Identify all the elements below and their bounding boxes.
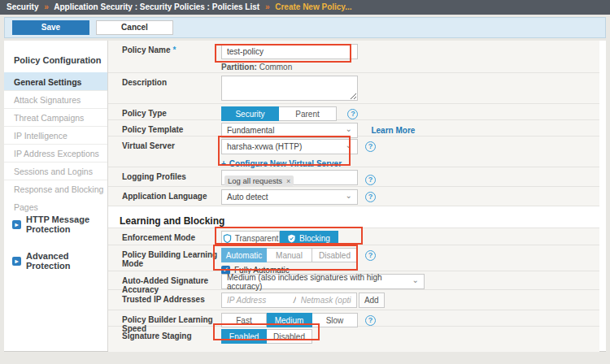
netmask-input[interactable]	[296, 293, 356, 307]
breadcrumb-separator: »	[265, 2, 270, 11]
automatic-button[interactable]: Automatic	[221, 248, 267, 262]
selected-value: Fundamental	[227, 126, 274, 135]
policy-name-label: Policy Name*	[122, 41, 221, 72]
disabled-button[interactable]: Disabled	[312, 248, 358, 262]
sidebar-item-ip-address-exceptions[interactable]: IP Address Exceptions	[4, 144, 107, 162]
breadcrumb-separator: »	[44, 2, 49, 11]
policy-form: Policy Name* Partition: Common Descripti…	[108, 41, 606, 351]
disabled-button[interactable]: Disabled	[267, 329, 312, 344]
policy-type-security-button[interactable]: Security	[221, 106, 279, 121]
signature-accuracy-row: Auto-Added Signature Accuracy Medium (al…	[108, 271, 599, 290]
chevron-down-icon: ⌄	[346, 124, 352, 133]
signature-accuracy-select[interactable]: Medium (also includes signatures with hi…	[221, 274, 425, 289]
help-icon[interactable]: ?	[365, 141, 376, 152]
policy-type-parent-button[interactable]: Parent	[279, 106, 337, 121]
breadcrumb-path[interactable]: Application Security : Security Policies…	[54, 2, 259, 11]
sidebar-item-sessions-and-logins[interactable]: Sessions and Logins	[4, 162, 107, 180]
sidebar-item-ip-intelligence[interactable]: IP Intelligence	[4, 126, 107, 144]
sidebar-title: Policy Configuration	[4, 41, 107, 72]
breadcrumb: Security » Application Security : Securi…	[0, 0, 610, 15]
button-label: Blocking	[299, 234, 330, 243]
application-language-row: Application Language Auto detect ⌄ ?	[108, 187, 599, 206]
learning-speed-toggle: Fast Medium Slow	[221, 313, 358, 327]
virtual-server-row: Virtual Server harsha-xvwa (HTTP) ⌄ ? +C…	[108, 136, 599, 167]
sidebar-item-general-settings[interactable]: General Settings	[4, 72, 107, 90]
trusted-ip-inputs: / Add	[221, 292, 385, 308]
signature-staging-toggle: Enabled Disabled	[221, 329, 312, 344]
tag-label: Log all requests	[228, 176, 282, 185]
logging-profiles-input[interactable]: Log all requests ×	[221, 170, 358, 185]
selected-value: harsha-xvwa (HTTP)	[227, 142, 302, 151]
learning-mode-label: Policy Building Learning Mode	[122, 245, 221, 271]
shield-check-icon	[287, 234, 296, 243]
selected-value: Auto detect	[227, 193, 268, 202]
logging-profiles-row: Logging Profiles Log all requests × ?	[108, 167, 599, 187]
learning-and-blocking-heading: Learning and Blocking	[108, 206, 599, 228]
help-icon[interactable]: ?	[365, 192, 376, 202]
remove-tag-icon[interactable]: ×	[286, 177, 290, 185]
learning-mode-toggle: Automatic Manual Disabled	[221, 248, 358, 262]
blocking-button[interactable]: Blocking	[280, 231, 338, 245]
add-trusted-ip-button[interactable]: Add	[359, 292, 385, 308]
enabled-button[interactable]: Enabled	[221, 329, 267, 344]
breadcrumb-security[interactable]: Security	[7, 2, 38, 11]
trusted-ip-row: Trusted IP Addresses / Add	[108, 290, 599, 310]
description-textarea[interactable]	[221, 76, 358, 101]
enforcement-mode-row: Enforcement Mode Transparent Blocking	[108, 228, 599, 245]
learn-more-link[interactable]: Learn More	[371, 126, 415, 135]
help-icon[interactable]: ?	[365, 175, 376, 185]
chevron-down-icon: ⌄	[412, 275, 419, 284]
sidebar-section-label: Advanced Protection	[26, 251, 107, 271]
create-policy-page: Security » Application Security : Securi…	[0, 0, 610, 364]
sidebar-section-label: HTTP Message Protection	[26, 214, 107, 234]
sidebar-section-http-message-protection[interactable]: ▸ HTTP Message Protection	[4, 214, 107, 234]
learning-speed-row: Policy Builder Learning Speed Fast Mediu…	[108, 310, 599, 327]
virtual-server-label: Virtual Server	[122, 136, 221, 167]
partition-value: Common	[259, 63, 293, 72]
ip-netmask-box: /	[221, 292, 357, 308]
shield-outline-icon	[223, 234, 232, 243]
policy-name-row: Policy Name* Partition: Common	[108, 41, 599, 73]
policy-name-input[interactable]	[221, 44, 358, 59]
sidebar-item-attack-signatures[interactable]: Attack Signatures	[4, 90, 107, 108]
application-language-select[interactable]: Auto detect ⌄	[221, 189, 358, 205]
enforcement-mode-toggle: Transparent Blocking	[221, 231, 338, 245]
description-label: Description	[122, 73, 221, 103]
content-panel: Policy Configuration General Settings At…	[4, 41, 606, 352]
chevron-down-icon: ⌄	[346, 141, 352, 150]
label-text: Policy Name	[122, 46, 170, 54]
fast-button[interactable]: Fast	[221, 313, 267, 327]
logging-profile-tag: Log all requests ×	[224, 176, 294, 186]
partition-label: Partition:	[221, 63, 257, 72]
description-row: Description	[108, 73, 599, 104]
chevron-down-icon: ⌄	[346, 191, 352, 200]
learning-mode-row: Policy Building Learning Mode Automatic …	[108, 245, 599, 271]
slow-button[interactable]: Slow	[312, 313, 358, 327]
policy-type-row: Policy Type Security Parent ?	[108, 104, 599, 120]
help-icon[interactable]: ?	[347, 109, 358, 119]
policy-type-toggle: Security Parent	[221, 106, 337, 121]
partition-note: Partition: Common	[221, 63, 599, 72]
cancel-button[interactable]: Cancel	[96, 20, 173, 35]
action-toolbar: Save Cancel	[4, 17, 606, 38]
policy-template-label: Policy Template	[122, 120, 221, 136]
manual-button[interactable]: Manual	[267, 248, 312, 262]
sidebar-item-response-blocking-pages[interactable]: Response and Blocking Pages	[4, 180, 107, 197]
sidebar-item-threat-campaigns[interactable]: Threat Campaigns	[4, 108, 107, 126]
policy-type-label: Policy Type	[122, 104, 221, 119]
save-button[interactable]: Save	[12, 20, 89, 35]
transparent-button[interactable]: Transparent	[221, 231, 280, 245]
expand-arrow-icon[interactable]: ▸	[12, 220, 21, 229]
enforcement-mode-label: Enforcement Mode	[122, 228, 221, 245]
expand-arrow-icon[interactable]: ▸	[12, 257, 21, 266]
help-icon[interactable]: ?	[365, 250, 376, 261]
medium-button[interactable]: Medium	[267, 313, 312, 327]
signature-staging-row: Signature Staging Enabled Disabled	[108, 327, 599, 352]
button-label: Transparent	[235, 234, 279, 243]
required-asterisk: *	[172, 46, 176, 54]
sidebar-section-advanced-protection[interactable]: ▸ Advanced Protection	[4, 251, 107, 271]
application-language-label: Application Language	[122, 187, 221, 206]
help-icon[interactable]: ?	[365, 315, 376, 326]
virtual-server-select[interactable]: harsha-xvwa (HTTP) ⌄	[221, 139, 358, 154]
ip-address-input[interactable]	[222, 293, 294, 307]
